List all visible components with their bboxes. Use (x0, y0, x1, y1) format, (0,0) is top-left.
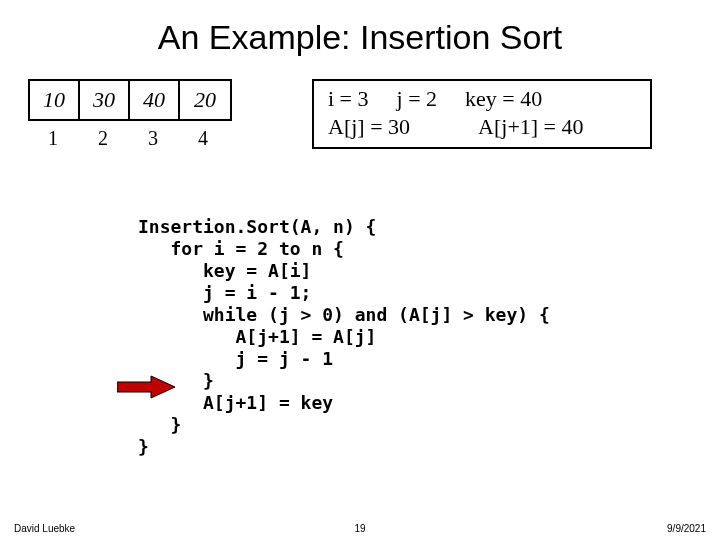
state-key: key = 40 (465, 85, 542, 113)
state-aj: A[j] = 30 (328, 113, 410, 141)
array-cell: 30 (80, 81, 130, 119)
footer: David Luebke 19 9/9/2021 (0, 523, 720, 534)
state-row-1: i = 3 j = 2 key = 40 (328, 85, 636, 113)
state-box: i = 3 j = 2 key = 40 A[j] = 30 A[j+1] = … (312, 79, 652, 149)
index-cell: 1 (28, 127, 78, 150)
svg-marker-0 (117, 376, 175, 398)
pointer-arrow-icon (52, 352, 112, 378)
footer-page: 19 (354, 523, 365, 534)
state-i: i = 3 (328, 85, 369, 113)
array-cell: 20 (180, 81, 230, 119)
array-cell: 40 (130, 81, 180, 119)
index-cell: 4 (178, 127, 228, 150)
index-cell: 3 (128, 127, 178, 150)
state-row-2: A[j] = 30 A[j+1] = 40 (328, 113, 636, 141)
index-row: 1 2 3 4 (28, 127, 232, 150)
footer-date: 9/9/2021 (667, 523, 706, 534)
state-j: j = 2 (397, 85, 438, 113)
page-title: An Example: Insertion Sort (0, 0, 720, 57)
footer-author: David Luebke (14, 523, 75, 534)
code-text: Insertion.Sort(A, n) { for i = 2 to n { … (138, 216, 720, 458)
index-cell: 2 (78, 127, 128, 150)
top-row: 10 30 40 20 1 2 3 4 i = 3 j = 2 key = 40… (0, 79, 720, 150)
array-block: 10 30 40 20 1 2 3 4 (28, 79, 232, 150)
array-cell: 10 (30, 81, 80, 119)
code-block: Insertion.Sort(A, n) { for i = 2 to n { … (0, 172, 720, 524)
state-aj1: A[j+1] = 40 (478, 113, 583, 141)
slide: An Example: Insertion Sort 10 30 40 20 1… (0, 0, 720, 540)
array-table: 10 30 40 20 (28, 79, 232, 121)
